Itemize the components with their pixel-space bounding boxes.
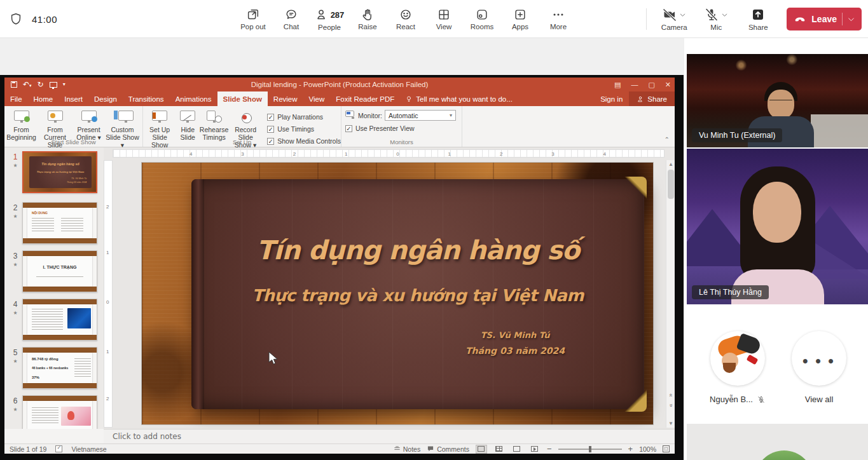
spellcheck-icon[interactable]	[55, 445, 62, 452]
participant-avatar-tile[interactable]: Nguyễn B...	[699, 331, 776, 404]
slide-number: 1	[13, 152, 18, 161]
tab-file[interactable]: File	[4, 91, 28, 106]
slide-show-view-button[interactable]	[529, 445, 541, 454]
pop-out-button[interactable]: Pop out	[234, 1, 272, 37]
normal-view-button[interactable]	[476, 445, 487, 454]
reading-view-button[interactable]	[511, 445, 523, 454]
slide-canvas[interactable]: Tín dụng ngân hàng số Thực trạng và xu h…	[142, 163, 653, 424]
background-whiteboard	[811, 114, 868, 147]
thumbnail-image[interactable]	[22, 395, 97, 429]
tab-animations[interactable]: Animations	[170, 91, 217, 106]
slide-sorter-view-button[interactable]	[493, 445, 505, 454]
ppt-share-button[interactable]: Share	[629, 91, 675, 106]
monitor-value: Automatic	[389, 112, 418, 119]
slide-title: Tín dụng ngân hàng số	[191, 235, 644, 266]
ribbon-display-options-icon[interactable]: ▤	[614, 81, 621, 89]
tab-home[interactable]: Home	[28, 91, 59, 106]
undo-icon[interactable]: ↶▾	[23, 81, 32, 88]
minimize-icon[interactable]: —	[631, 81, 638, 88]
comments-toggle[interactable]: Comments	[427, 445, 469, 453]
pop-out-icon	[246, 8, 260, 22]
zoom-slider-handle[interactable]	[589, 446, 591, 452]
zoom-in-button[interactable]: +	[628, 444, 633, 454]
view-button[interactable]: View	[425, 1, 463, 37]
screen-share-region: ↶▾ ↻ ▾ Digital lending - PowerPoint (Pro…	[0, 75, 684, 460]
hide-slide-button[interactable]: Hide Slide	[176, 108, 199, 141]
redo-icon[interactable]: ↻	[38, 81, 44, 88]
participant-name-label: Nguyễn B...	[710, 395, 753, 404]
tab-foxit-reader-pdf[interactable]: Foxit Reader PDF	[330, 91, 400, 106]
camera-chevron-icon[interactable]	[679, 11, 686, 18]
monitor-label: Monitor:	[358, 112, 382, 119]
thumbnail-slide-5[interactable]: 5★ 86.748 tỷ đồng 46 banks + 66 neobanks…	[8, 347, 97, 389]
mic-chevron-icon[interactable]	[721, 11, 728, 18]
video-tile-2[interactable]: Lê Thị Thúy Hằng	[687, 149, 868, 304]
language-indicator[interactable]: Vietnamese	[71, 445, 106, 453]
chat-button[interactable]: Chat	[272, 1, 310, 37]
apps-button[interactable]: Apps	[501, 1, 539, 37]
editor-scrollbar[interactable]: ▲ « « ▼	[666, 160, 675, 428]
raise-hand-button[interactable]: Raise	[348, 1, 387, 37]
view-all-button[interactable]: ● ● ● View all	[781, 331, 857, 404]
tab-view[interactable]: View	[303, 91, 331, 106]
play-narrations-checkbox[interactable]: ✓ Play Narrations	[267, 112, 341, 122]
rooms-button[interactable]: Rooms	[463, 1, 501, 37]
video-tile-1[interactable]: Vu Minh Tu (External)	[687, 54, 868, 147]
tab-transitions[interactable]: Transitions	[123, 91, 170, 106]
mic-off-icon	[704, 7, 719, 22]
use-timings-checkbox[interactable]: ✓ Use Timings	[267, 124, 341, 134]
people-button[interactable]: 287 People	[310, 1, 348, 37]
thumbnail-image[interactable]: 86.748 tỷ đồng 46 banks + 66 neobanks 37…	[22, 347, 97, 389]
restore-icon[interactable]: ▢	[648, 81, 654, 89]
sign-in-button[interactable]: Sign in	[594, 91, 629, 106]
tab-insert[interactable]: Insert	[59, 91, 88, 106]
start-slideshow-icon[interactable]	[50, 82, 57, 88]
thumbnail-image[interactable]	[22, 299, 97, 341]
qat-customize-icon[interactable]: ▾	[63, 82, 65, 87]
tab-review[interactable]: Review	[268, 91, 303, 106]
share-button[interactable]: Share	[737, 1, 779, 37]
zoom-out-button[interactable]: −	[547, 444, 552, 454]
tab-slide-show[interactable]: Slide Show	[217, 91, 268, 106]
monitors-group: Monitor: Automatic ▾ ✓ Use Presenter Vie…	[341, 106, 462, 147]
close-icon[interactable]: ✕	[665, 81, 671, 89]
camera-button[interactable]: Camera	[653, 1, 695, 37]
set-up-group-label: Set Up	[143, 139, 341, 145]
mini-heading: I. THỰC TRẠNG	[23, 265, 97, 269]
scroll-down-icon[interactable]: ▼	[666, 419, 675, 428]
thumbnail-slide-4[interactable]: 4★	[8, 299, 97, 341]
notes-pane[interactable]: Click to add notes	[104, 429, 675, 443]
thumbnail-image[interactable]: NỘI DUNG	[22, 202, 97, 244]
rehearse-timings-button[interactable]: Rehearse Timings	[199, 108, 229, 141]
monitor-select[interactable]: Automatic ▾	[385, 110, 456, 121]
thumbnail-slide-1[interactable]: 1★ Tín dụng ngân hàng số Thực trạng và x…	[8, 151, 97, 193]
collapse-ribbon-icon[interactable]: ⌃	[665, 136, 670, 143]
thumbnail-image[interactable]: I. THỰC TRẠNG	[22, 250, 97, 292]
zoom-slider[interactable]	[558, 449, 622, 450]
use-presenter-view-checkbox[interactable]: ✓ Use Presenter View	[345, 123, 462, 133]
mic-button[interactable]: Mic	[695, 1, 737, 37]
tab-design[interactable]: Design	[88, 91, 123, 106]
scrollbar-handle[interactable]	[668, 170, 674, 199]
present-online-button[interactable]: Present Online ▾	[72, 108, 106, 141]
next-slide-button[interactable]: «	[666, 401, 675, 410]
leave-chevron-icon[interactable]	[847, 15, 855, 24]
start-slide-show-group-label: Start Slide Show	[4, 139, 142, 145]
react-button[interactable]: React	[387, 1, 425, 37]
fit-slide-button[interactable]	[663, 445, 670, 452]
thumbnail-slide-3[interactable]: 3★ I. THỰC TRẠNG	[8, 250, 97, 292]
notes-toggle[interactable]: Notes	[394, 445, 420, 453]
thumbnail-slide-6[interactable]: 6★	[8, 395, 97, 429]
zoom-level[interactable]: 100%	[639, 445, 656, 453]
video-tile-3[interactable]	[687, 424, 868, 460]
save-icon[interactable]	[11, 81, 17, 88]
previous-slide-button[interactable]: «	[666, 391, 675, 400]
leave-button[interactable]: Leave	[787, 8, 862, 30]
thumbnail-slide-2[interactable]: 2★ NỘI DUNG	[8, 202, 97, 244]
thumbnail-image[interactable]: Tín dụng ngân hàng số Thực trạng và xu h…	[22, 151, 97, 193]
more-button[interactable]: More	[539, 1, 577, 37]
scroll-up-icon[interactable]: ▲	[666, 160, 675, 168]
tell-me-box[interactable]: Tell me what you want to do...	[400, 91, 518, 106]
from-beginning-button[interactable]: From Beginning	[4, 108, 38, 141]
record-slide-show-icon	[236, 109, 255, 125]
